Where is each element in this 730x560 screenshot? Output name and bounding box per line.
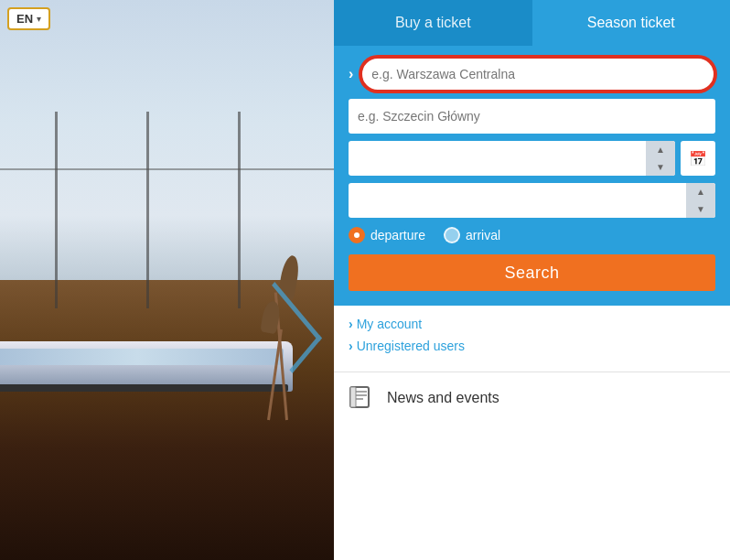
time-input[interactable]: 10:06 [349, 183, 715, 218]
date-increment-button[interactable]: ▲ [646, 141, 675, 158]
time-row: 10:06 ▲ ▼ [349, 183, 715, 218]
origin-row: › [349, 57, 715, 92]
date-input[interactable]: 2019-02-27 [349, 141, 675, 176]
train-background [0, 0, 334, 560]
right-panel: Buy a ticket Season ticket › 2019-02-27 … [334, 0, 730, 560]
radio-arrival-circle [444, 227, 460, 243]
unregistered-users-label[interactable]: Unregistered users [357, 339, 465, 353]
calendar-icon: 📅 [689, 150, 707, 167]
time-increment-button[interactable]: ▲ [686, 183, 715, 200]
news-section: News and events [334, 372, 730, 424]
my-account-label[interactable]: My account [357, 317, 423, 331]
date-input-wrapper: 2019-02-27 ▲ ▼ [349, 141, 675, 176]
power-pole [146, 112, 149, 307]
svg-rect-1 [350, 387, 356, 407]
power-line [0, 168, 334, 170]
my-account-link[interactable]: › My account [349, 317, 715, 331]
search-form: › 2019-02-27 ▲ ▼ 📅 10:06 [334, 46, 730, 306]
search-button[interactable]: Search [349, 254, 715, 291]
news-icon [349, 383, 378, 413]
news-label: News and events [387, 390, 499, 406]
origin-input[interactable] [360, 57, 715, 92]
date-decrement-button[interactable]: ▼ [646, 158, 675, 176]
radio-departure[interactable]: departure [349, 227, 425, 243]
language-dropdown-arrow: ▾ [37, 14, 41, 24]
time-input-wrapper: 10:06 ▲ ▼ [349, 183, 715, 218]
origin-arrow-icon: › [349, 66, 353, 82]
language-selector[interactable]: EN ▾ [7, 7, 50, 30]
destination-row [349, 99, 715, 134]
power-pole [55, 112, 58, 307]
tab-buy-ticket[interactable]: Buy a ticket [334, 0, 532, 46]
radio-arrival-label: arrival [466, 228, 500, 242]
unregistered-users-link[interactable]: › Unregistered users [349, 339, 715, 353]
language-code: EN [16, 12, 33, 26]
radio-departure-label: departure [370, 228, 425, 242]
radio-departure-circle [349, 227, 365, 243]
tab-season-ticket[interactable]: Season ticket [532, 0, 731, 46]
time-spinner: ▲ ▼ [686, 183, 715, 218]
radio-row: departure arrival [349, 227, 715, 243]
calendar-button[interactable]: 📅 [681, 141, 715, 176]
destination-input[interactable] [349, 99, 715, 134]
date-spinner: ▲ ▼ [646, 141, 675, 176]
chevron-right-icon: › [349, 317, 353, 331]
links-area: › My account › Unregistered users [334, 306, 730, 372]
tab-bar: Buy a ticket Season ticket [334, 0, 730, 46]
date-row: 2019-02-27 ▲ ▼ 📅 [349, 141, 715, 176]
chevron-right-icon: › [349, 339, 353, 353]
radio-arrival[interactable]: arrival [444, 227, 500, 243]
time-decrement-button[interactable]: ▼ [686, 200, 715, 218]
